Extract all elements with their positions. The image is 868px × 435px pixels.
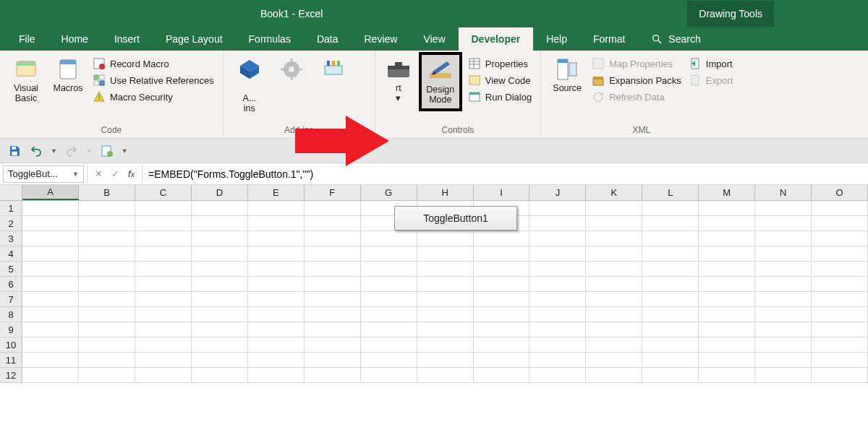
cell[interactable] — [192, 277, 248, 292]
col-header[interactable]: G — [361, 185, 417, 200]
cell[interactable] — [417, 262, 474, 277]
row-header[interactable]: 6 — [0, 277, 22, 292]
cell[interactable] — [305, 307, 361, 322]
visual-basic-button[interactable]: Visual Basic — [7, 55, 45, 105]
cell[interactable] — [22, 216, 79, 231]
cell[interactable] — [22, 292, 79, 307]
tab-format[interactable]: Format — [580, 27, 638, 51]
cell[interactable] — [305, 292, 361, 307]
name-box-dropdown-icon[interactable]: ▼ — [72, 171, 79, 178]
cell[interactable] — [755, 246, 812, 262]
cell[interactable] — [755, 322, 812, 337]
cell[interactable] — [248, 246, 305, 262]
qat-new-button[interactable] — [100, 144, 114, 158]
cell[interactable] — [135, 231, 192, 246]
cell[interactable] — [417, 337, 474, 353]
tab-developer[interactable]: Developer — [459, 27, 534, 51]
formula-input[interactable] — [142, 165, 868, 183]
tab-review[interactable]: Review — [352, 27, 411, 51]
tab-help[interactable]: Help — [533, 27, 580, 51]
cell[interactable] — [699, 292, 755, 307]
run-dialog-button[interactable]: Run Dialog — [467, 90, 533, 104]
cell[interactable] — [699, 322, 755, 337]
cell[interactable] — [248, 216, 305, 231]
cell[interactable] — [79, 307, 135, 322]
cell[interactable] — [586, 307, 642, 322]
cell[interactable] — [755, 262, 812, 277]
row-header[interactable]: 3 — [0, 231, 22, 246]
cell[interactable] — [474, 368, 530, 383]
row-header[interactable]: 11 — [0, 353, 22, 368]
cell[interactable] — [586, 201, 642, 216]
cell[interactable] — [22, 307, 79, 322]
save-button[interactable] — [7, 144, 22, 158]
cell[interactable] — [529, 307, 586, 322]
cell[interactable] — [22, 353, 79, 368]
cell[interactable] — [417, 322, 474, 337]
insert-function-icon[interactable]: fx — [128, 168, 135, 179]
row-header[interactable]: 8 — [0, 307, 22, 322]
cell[interactable] — [361, 231, 417, 246]
cell[interactable] — [305, 368, 361, 383]
col-header[interactable]: N — [755, 185, 812, 200]
row-header[interactable]: 12 — [0, 368, 22, 383]
cell[interactable] — [305, 201, 361, 216]
cell[interactable] — [642, 337, 699, 353]
row-header[interactable]: 7 — [0, 292, 22, 307]
cell[interactable] — [586, 262, 642, 277]
cell[interactable] — [135, 368, 192, 383]
toggle-button-control[interactable]: ToggleButton1 — [394, 206, 517, 231]
cell[interactable] — [642, 231, 699, 246]
cell[interactable] — [812, 246, 868, 262]
col-header[interactable]: K — [586, 185, 642, 200]
tab-search[interactable]: Search — [638, 27, 713, 51]
undo-dropdown-icon[interactable]: ▼ — [51, 147, 57, 155]
cell[interactable] — [305, 231, 361, 246]
name-box[interactable]: ToggleBut... ▼ — [3, 165, 84, 183]
cell[interactable] — [22, 277, 79, 292]
cell[interactable] — [305, 216, 361, 231]
cell[interactable] — [417, 353, 474, 368]
cell[interactable] — [248, 307, 305, 322]
cell[interactable] — [79, 322, 135, 337]
cell[interactable] — [586, 246, 642, 262]
cell[interactable] — [135, 277, 192, 292]
col-header[interactable]: O — [812, 185, 868, 200]
cell[interactable] — [417, 231, 474, 246]
cell[interactable] — [699, 246, 755, 262]
cell[interactable] — [22, 322, 79, 337]
cell[interactable] — [248, 337, 305, 353]
cell[interactable] — [755, 216, 812, 231]
cell[interactable] — [361, 292, 417, 307]
cell[interactable] — [529, 368, 586, 383]
worksheet-grid[interactable]: A B C D E F G H I J K L M N O 1234567891… — [0, 185, 868, 383]
cell[interactable] — [135, 353, 192, 368]
cell[interactable] — [812, 368, 868, 383]
cell[interactable] — [812, 231, 868, 246]
tab-insert[interactable]: Insert — [101, 27, 153, 51]
row-header[interactable]: 10 — [0, 337, 22, 353]
cell[interactable] — [642, 246, 699, 262]
cell[interactable] — [305, 353, 361, 368]
cell[interactable] — [135, 307, 192, 322]
undo-button[interactable] — [29, 144, 43, 158]
cell[interactable] — [812, 353, 868, 368]
row-header[interactable]: 4 — [0, 246, 22, 262]
tab-formulas[interactable]: Formulas — [236, 27, 304, 51]
tab-view[interactable]: View — [410, 27, 458, 51]
cell[interactable] — [586, 337, 642, 353]
cell[interactable] — [79, 216, 135, 231]
cell[interactable] — [812, 322, 868, 337]
cell[interactable] — [135, 262, 192, 277]
cell[interactable] — [699, 337, 755, 353]
cell[interactable] — [192, 353, 248, 368]
expansion-packs-button[interactable]: Expansion Packs — [590, 73, 683, 87]
cell[interactable] — [529, 322, 586, 337]
cell[interactable] — [812, 277, 868, 292]
cell[interactable] — [361, 307, 417, 322]
cell[interactable] — [135, 201, 192, 216]
col-header[interactable]: J — [529, 185, 586, 200]
cell[interactable] — [192, 292, 248, 307]
col-header[interactable]: L — [642, 185, 699, 200]
cell[interactable] — [586, 292, 642, 307]
